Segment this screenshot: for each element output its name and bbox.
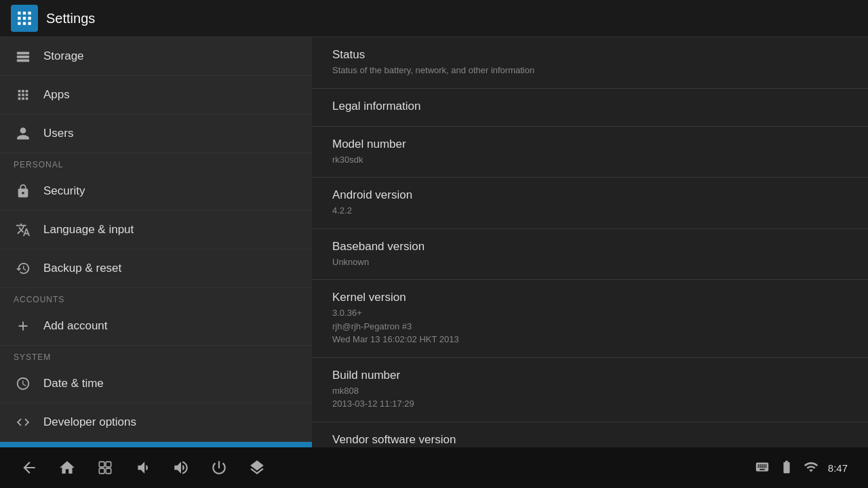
legal-row[interactable]: Legal information xyxy=(312,89,868,127)
volume-down-button[interactable] xyxy=(134,459,152,476)
kernel-title: Kernel version xyxy=(332,291,848,304)
storage-icon xyxy=(14,47,33,66)
language-icon xyxy=(14,220,33,239)
sidebar-item-datetime[interactable]: Date & time xyxy=(0,365,312,403)
layers-button[interactable] xyxy=(248,459,266,476)
baseband-title: Baseband version xyxy=(332,240,848,253)
sidebar-item-backup[interactable]: Backup & reset xyxy=(0,249,312,288)
sidebar-item-security[interactable]: Security xyxy=(0,172,312,211)
android-row: Android version 4.2.2 xyxy=(312,178,868,229)
lock-icon xyxy=(14,182,33,201)
svg-rect-5 xyxy=(99,462,104,467)
vendor-row: Vendor software version RK3066_R-BOX_AND… xyxy=(312,422,868,448)
backup-label: Backup & reset xyxy=(43,262,121,275)
svg-rect-2 xyxy=(17,60,29,62)
svg-rect-8 xyxy=(106,468,111,474)
battery-icon xyxy=(779,460,794,476)
accounts-section-header: ACCOUNTS xyxy=(0,288,312,307)
android-title: Android version xyxy=(332,188,848,202)
home-button[interactable] xyxy=(58,459,76,476)
bottom-bar: 8:47 xyxy=(0,447,868,488)
kernel-value: 3.0.36+ rjh@rjh-Pegatron #3 Wed Mar 13 1… xyxy=(332,306,848,346)
bottom-nav xyxy=(20,459,266,476)
svg-rect-6 xyxy=(106,462,111,467)
sidebar-item-storage[interactable]: Storage xyxy=(0,37,312,76)
build-value: mk808 2013-03-12 11:17:29 xyxy=(332,384,848,411)
vendor-title: Vendor software version xyxy=(332,433,848,447)
users-label: Users xyxy=(43,127,73,140)
build-title: Build number xyxy=(332,369,848,382)
code-icon xyxy=(14,413,33,432)
legal-title: Legal information xyxy=(332,100,848,113)
build-row: Build number mk808 2013-03-12 11:17:29 xyxy=(312,358,868,422)
baseband-row: Baseband version Unknown xyxy=(312,229,868,281)
sidebar-item-users[interactable]: Users xyxy=(0,115,312,153)
status-value: Status of the battery, network, and othe… xyxy=(332,64,848,77)
title-bar: Settings xyxy=(0,0,868,37)
android-value: 4.2.2 xyxy=(332,204,848,218)
model-value: rk30sdk xyxy=(332,153,848,167)
status-row[interactable]: Status Status of the battery, network, a… xyxy=(312,37,868,89)
security-label: Security xyxy=(43,184,85,198)
sidebar-item-about[interactable]: About device xyxy=(0,442,312,447)
sidebar: Storage Apps Users PERSONAL xyxy=(0,37,312,447)
sidebar-item-apps[interactable]: Apps xyxy=(0,76,312,115)
back-button[interactable] xyxy=(20,459,38,476)
status-bar: 8:47 xyxy=(755,460,848,476)
kernel-row: Kernel version 3.0.36+ rjh@rjh-Pegatron … xyxy=(312,280,868,358)
recents-button[interactable] xyxy=(96,459,114,476)
volume-up-button[interactable] xyxy=(172,459,190,476)
sidebar-item-add-account[interactable]: Add account xyxy=(0,307,312,346)
add-account-label: Add account xyxy=(43,319,108,333)
main-layout: Storage Apps Users PERSONAL xyxy=(0,37,868,447)
power-button[interactable] xyxy=(210,459,228,476)
storage-label: Storage xyxy=(43,49,84,63)
status-title: Status xyxy=(332,48,848,62)
keyboard-icon xyxy=(755,460,770,476)
system-section-header: SYSTEM xyxy=(0,346,312,365)
backup-icon xyxy=(14,259,33,278)
apps-label: Apps xyxy=(43,88,70,102)
sidebar-item-developer[interactable]: Developer options xyxy=(0,403,312,442)
page-title: Settings xyxy=(46,11,95,26)
developer-label: Developer options xyxy=(43,415,136,429)
svg-point-4 xyxy=(26,56,28,58)
svg-rect-7 xyxy=(99,468,104,474)
personal-section-header: PERSONAL xyxy=(0,153,312,172)
apps-icon xyxy=(14,85,33,104)
datetime-label: Date & time xyxy=(43,377,104,390)
add-icon xyxy=(14,317,33,336)
model-title: Model number xyxy=(332,138,848,151)
wifi-icon xyxy=(804,460,818,476)
content-area: Status Status of the battery, network, a… xyxy=(312,37,868,447)
status-time: 8:47 xyxy=(828,462,848,474)
model-row: Model number rk30sdk xyxy=(312,127,868,178)
clock-icon xyxy=(14,374,33,393)
svg-point-3 xyxy=(26,52,28,54)
users-icon xyxy=(14,124,33,143)
language-label: Language & input xyxy=(43,223,134,237)
sidebar-item-language[interactable]: Language & input xyxy=(0,211,312,249)
baseband-value: Unknown xyxy=(332,256,848,269)
settings-icon xyxy=(11,5,38,32)
